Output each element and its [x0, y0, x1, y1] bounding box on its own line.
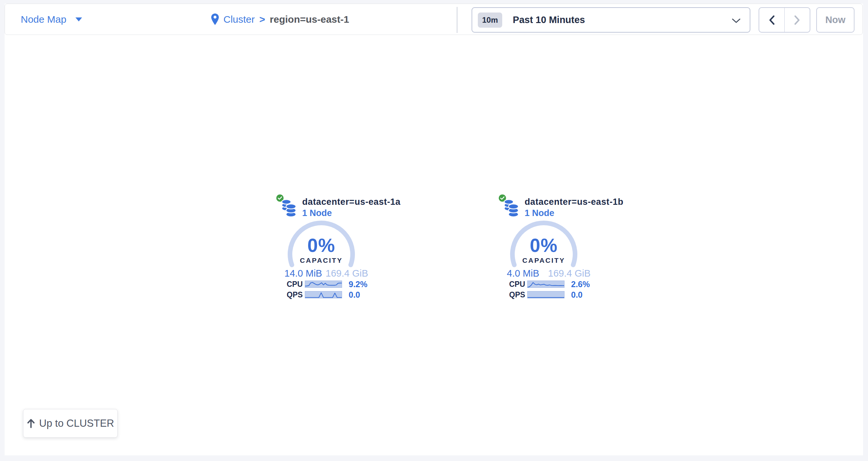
datacenter-name: datacenter=us-east-1b	[525, 197, 623, 207]
capacity-caption: CAPACITY	[285, 257, 358, 264]
up-to-cluster-button[interactable]: Up to CLUSTER	[23, 409, 118, 438]
capacity-used: 4.0 MiB	[507, 268, 539, 278]
datacenter-card-us-east-1a[interactable]: datacenter=us-east-1a 1 Node 0% CAPACITY…	[276, 194, 372, 300]
time-range-stepper	[758, 7, 810, 33]
cpu-value: 2.6%	[571, 279, 590, 289]
database-stack-icon	[503, 198, 519, 218]
datacenter-name: datacenter=us-east-1a	[302, 197, 401, 207]
time-window-label: Past 10 Minutes	[513, 14, 585, 25]
location-pin-icon	[211, 13, 219, 25]
node-map-canvas	[5, 4, 863, 455]
cpu-label: CPU	[287, 280, 305, 289]
capacity-usage-row: 14.0 MiB 169.4 GiB	[284, 268, 368, 278]
now-button[interactable]: Now	[816, 7, 855, 33]
datacenter-node-count: 1 Node	[302, 208, 332, 218]
arrow-up-icon	[27, 419, 35, 428]
qps-metric-row: QPS 0.0	[287, 291, 372, 298]
breadcrumb-separator: >	[259, 14, 265, 25]
database-stack-icon	[281, 198, 297, 218]
capacity-percent: 0%	[285, 236, 358, 255]
breadcrumb-current-locality: region=us-east-1	[270, 14, 349, 25]
time-window-badge: 10m	[478, 12, 502, 28]
chevron-down-icon	[732, 19, 741, 23]
qps-label: QPS	[287, 290, 305, 299]
cpu-sparkline	[305, 281, 342, 288]
capacity-used: 14.0 MiB	[284, 268, 322, 278]
qps-label: QPS	[509, 290, 527, 299]
chevron-left-icon	[769, 15, 775, 25]
datacenter-card-us-east-1b[interactable]: datacenter=us-east-1b 1 Node 0% CAPACITY…	[499, 194, 595, 300]
chevron-right-icon	[794, 15, 800, 25]
capacity-percent: 0%	[507, 236, 580, 255]
qps-sparkline	[305, 291, 342, 298]
chevron-down-icon	[75, 18, 82, 22]
cpu-value: 9.2%	[349, 279, 367, 289]
cpu-metric-row: CPU 9.2%	[287, 281, 372, 288]
cpu-sparkline	[527, 281, 564, 288]
time-range-prev-button[interactable]	[759, 8, 785, 32]
breadcrumb-cluster-link[interactable]: Cluster	[223, 14, 255, 25]
view-mode-label: Node Map	[21, 14, 66, 25]
capacity-total: 169.4 GiB	[326, 268, 368, 278]
datacenter-node-count: 1 Node	[525, 208, 554, 218]
view-mode-selector[interactable]: Node Map	[21, 4, 82, 35]
time-window-select[interactable]: 10m Past 10 Minutes	[471, 7, 750, 33]
capacity-total: 169.4 GiB	[548, 268, 591, 278]
up-to-cluster-label: Up to CLUSTER	[39, 418, 114, 429]
qps-metric-row: QPS 0.0	[509, 291, 595, 298]
breadcrumb: Cluster > region=us-east-1	[211, 4, 349, 35]
qps-value: 0.0	[349, 290, 360, 300]
cpu-metric-row: CPU 2.6%	[509, 281, 595, 288]
time-range-next-button[interactable]	[785, 8, 810, 32]
qps-sparkline	[527, 291, 564, 298]
qps-value: 0.0	[571, 290, 583, 300]
cpu-label: CPU	[509, 280, 527, 289]
capacity-caption: CAPACITY	[507, 257, 580, 264]
header-bar: Node Map Cluster > region=us-east-1 10m …	[5, 4, 863, 35]
capacity-usage-row: 4.0 MiB 169.4 GiB	[507, 268, 591, 278]
header-divider	[457, 7, 457, 33]
